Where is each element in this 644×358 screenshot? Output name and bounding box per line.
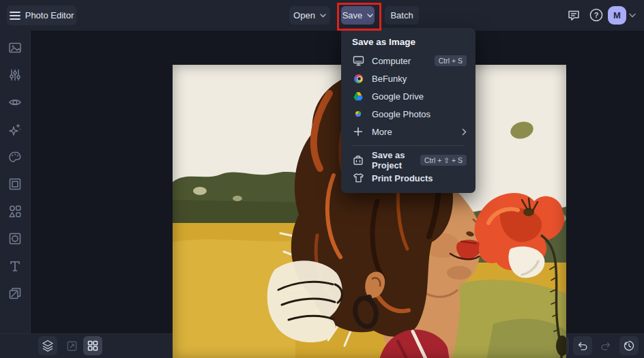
sidebar-item-overlays[interactable] bbox=[8, 232, 22, 248]
menu-item-label: More bbox=[372, 127, 454, 137]
textures-icon bbox=[8, 286, 22, 300]
submenu-arrow-icon bbox=[462, 128, 467, 136]
menu-item-print-products[interactable]: Print Products bbox=[341, 169, 475, 187]
sidebar-item-photos[interactable] bbox=[8, 41, 22, 57]
crop-rotate-icon bbox=[65, 340, 78, 353]
user-avatar[interactable]: M bbox=[608, 6, 626, 25]
shortcut-badge: Ctrl + ⇧ + S bbox=[420, 155, 467, 166]
redo-icon bbox=[600, 340, 612, 352]
batch-button-label: Batch bbox=[390, 10, 413, 20]
sparkles-icon bbox=[8, 123, 22, 136]
save-menu: Save as Image Computer Ctrl + S BeFunky bbox=[341, 28, 475, 193]
save-menu-header: Save as Image bbox=[341, 33, 475, 52]
layers-icon bbox=[41, 339, 55, 353]
sidebar-item-artsy[interactable] bbox=[8, 150, 22, 166]
avatar-initial: M bbox=[613, 10, 621, 20]
chevron-down-icon bbox=[320, 14, 326, 18]
computer-icon bbox=[352, 55, 364, 67]
photo-editor-app: Photo Editor Open Save Batch bbox=[0, 0, 644, 358]
menu-item-label: Google Drive bbox=[372, 91, 467, 102]
overlay-icon bbox=[8, 232, 22, 245]
menu-item-befunky[interactable]: BeFunky bbox=[341, 70, 475, 87]
grid-icon bbox=[87, 340, 99, 352]
top-toolbar: Photo Editor Open Save Batch bbox=[0, 0, 644, 31]
menu-item-label: BeFunky bbox=[372, 74, 467, 84]
open-button-label: Open bbox=[293, 10, 315, 20]
history-button[interactable] bbox=[619, 336, 639, 355]
sliders-icon bbox=[8, 68, 22, 82]
menu-item-google-drive[interactable]: Google Drive bbox=[341, 87, 475, 105]
canvas-workspace bbox=[31, 31, 644, 334]
photo-icon bbox=[8, 41, 22, 55]
sidebar-item-touchup[interactable] bbox=[8, 95, 22, 112]
menu-divider bbox=[352, 145, 465, 146]
sidebar-item-graphics[interactable] bbox=[8, 205, 22, 221]
menu-item-google-photos[interactable]: Google Photos bbox=[341, 105, 475, 123]
sidebar-item-textures[interactable] bbox=[8, 286, 22, 303]
menu-item-computer[interactable]: Computer Ctrl + S bbox=[341, 52, 475, 70]
menu-item-more[interactable]: More bbox=[341, 123, 475, 140]
save-button-label: Save bbox=[342, 10, 363, 20]
chevron-down-icon bbox=[629, 13, 636, 18]
layers-button[interactable] bbox=[38, 336, 57, 355]
crop-rotate-button[interactable] bbox=[62, 336, 81, 355]
svg-text:?: ? bbox=[594, 11, 599, 19]
tools-sidebar bbox=[0, 31, 31, 334]
menu-item-label: Computer bbox=[372, 56, 427, 66]
sidebar-item-text[interactable] bbox=[8, 259, 22, 275]
shortcut-badge: Ctrl + S bbox=[435, 55, 467, 66]
main-menu-button[interactable]: Photo Editor bbox=[7, 5, 76, 25]
open-button[interactable]: Open bbox=[289, 6, 330, 25]
google-drive-icon bbox=[352, 90, 364, 102]
help-icon: ? bbox=[589, 8, 604, 23]
app-title: Photo Editor bbox=[25, 10, 74, 20]
sidebar-item-frames[interactable] bbox=[8, 177, 22, 194]
save-button[interactable]: Save bbox=[341, 6, 375, 25]
plus-icon bbox=[352, 125, 364, 138]
text-icon bbox=[8, 259, 22, 273]
menu-icon bbox=[10, 11, 20, 20]
feedback-button[interactable] bbox=[566, 7, 582, 23]
palette-icon bbox=[8, 150, 22, 164]
grid-view-button[interactable] bbox=[83, 336, 102, 355]
shapes-icon bbox=[8, 205, 22, 218]
undo-button[interactable] bbox=[573, 336, 592, 355]
chevron-down-icon bbox=[367, 14, 373, 18]
frame-icon bbox=[8, 177, 22, 191]
undo-icon bbox=[576, 340, 589, 352]
menu-item-label: Save as Project bbox=[372, 150, 413, 170]
google-photos-icon bbox=[352, 108, 364, 120]
eye-icon bbox=[8, 95, 22, 109]
batch-button[interactable]: Batch bbox=[385, 6, 419, 25]
project-icon bbox=[352, 154, 364, 166]
help-button[interactable]: ? bbox=[588, 7, 604, 23]
sidebar-item-adjust[interactable] bbox=[8, 68, 22, 85]
menu-item-label: Google Photos bbox=[372, 109, 467, 119]
account-menu-button[interactable] bbox=[628, 12, 637, 18]
menu-item-save-as-project[interactable]: Save as Project Ctrl + ⇧ + S bbox=[341, 151, 475, 169]
redo-button[interactable] bbox=[596, 336, 615, 355]
sidebar-item-effects[interactable] bbox=[8, 123, 22, 139]
feedback-icon bbox=[567, 8, 581, 22]
tshirt-icon bbox=[352, 172, 364, 184]
befunky-icon bbox=[352, 72, 364, 85]
menu-item-label: Print Products bbox=[372, 173, 467, 183]
history-icon bbox=[623, 340, 635, 352]
